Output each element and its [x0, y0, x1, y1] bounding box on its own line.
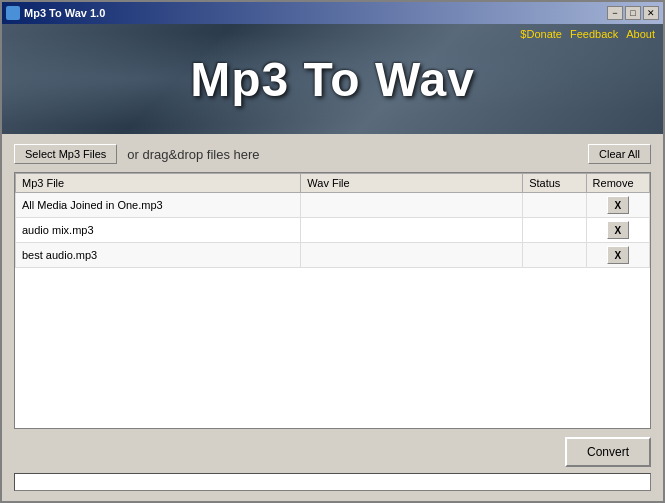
table-row: best audio.mp3X — [16, 243, 650, 268]
cell-mp3-file: All Media Joined in One.mp3 — [16, 193, 301, 218]
cell-mp3-file: best audio.mp3 — [16, 243, 301, 268]
feedback-link[interactable]: Feedback — [570, 28, 618, 40]
header-status: Status — [523, 174, 586, 193]
bottom-area: Convert — [14, 437, 651, 491]
cell-remove: X — [586, 243, 649, 268]
header-mp3-file: Mp3 File — [16, 174, 301, 193]
app-icon — [6, 6, 20, 20]
convert-row: Convert — [14, 437, 651, 467]
table-row: All Media Joined in One.mp3X — [16, 193, 650, 218]
title-bar: Mp3 To Wav 1.0 − □ ✕ — [2, 2, 663, 24]
cell-remove: X — [586, 218, 649, 243]
remove-button[interactable]: X — [607, 221, 629, 239]
main-content: Select Mp3 Files or drag&drop files here… — [2, 134, 663, 501]
cell-remove: X — [586, 193, 649, 218]
donate-link[interactable]: $Donate — [520, 28, 562, 40]
table-row: audio mix.mp3X — [16, 218, 650, 243]
cell-wav-file — [301, 243, 523, 268]
main-window: Mp3 To Wav 1.0 − □ ✕ $Donate Feedback Ab… — [0, 0, 665, 503]
window-controls: − □ ✕ — [607, 6, 659, 20]
cell-wav-file — [301, 193, 523, 218]
window-title: Mp3 To Wav 1.0 — [24, 7, 105, 19]
file-table-container: Mp3 File Wav File Status Remove All Medi… — [14, 172, 651, 429]
convert-button[interactable]: Convert — [565, 437, 651, 467]
table-header-row: Mp3 File Wav File Status Remove — [16, 174, 650, 193]
progress-bar-container — [14, 473, 651, 491]
header-wav-file: Wav File — [301, 174, 523, 193]
header-remove: Remove — [586, 174, 649, 193]
select-mp3-button[interactable]: Select Mp3 Files — [14, 144, 117, 164]
close-button[interactable]: ✕ — [643, 6, 659, 20]
remove-button[interactable]: X — [607, 246, 629, 264]
banner-title: Mp3 To Wav — [190, 52, 475, 107]
minimize-button[interactable]: − — [607, 6, 623, 20]
cell-status — [523, 243, 586, 268]
maximize-button[interactable]: □ — [625, 6, 641, 20]
cell-mp3-file: audio mix.mp3 — [16, 218, 301, 243]
cell-wav-file — [301, 218, 523, 243]
drag-drop-label: or drag&drop files here — [127, 147, 259, 162]
remove-button[interactable]: X — [607, 196, 629, 214]
toolbar: Select Mp3 Files or drag&drop files here… — [14, 144, 651, 164]
file-table: Mp3 File Wav File Status Remove All Medi… — [15, 173, 650, 268]
cell-status — [523, 193, 586, 218]
banner: $Donate Feedback About Mp3 To Wav — [2, 24, 663, 134]
clear-all-button[interactable]: Clear All — [588, 144, 651, 164]
banner-nav: $Donate Feedback About — [520, 28, 655, 40]
about-link[interactable]: About — [626, 28, 655, 40]
cell-status — [523, 218, 586, 243]
